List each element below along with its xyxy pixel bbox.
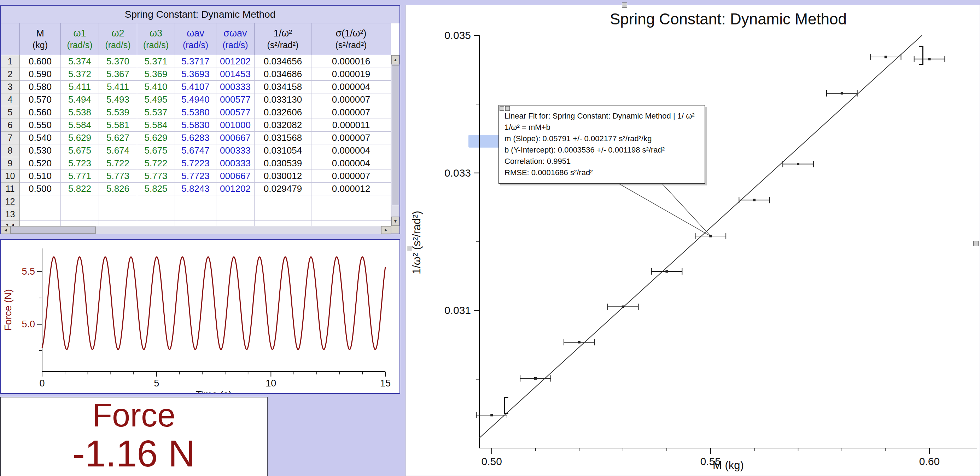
row-header[interactable]: 2	[1, 68, 20, 81]
table-cell[interactable]	[312, 195, 391, 208]
table-cell[interactable]	[61, 208, 99, 221]
selection-bracket[interactable]	[919, 46, 923, 64]
table-cell[interactable]	[255, 195, 312, 208]
table-cell[interactable]: 5.370	[99, 55, 137, 68]
data-point[interactable]	[928, 58, 931, 60]
row-header[interactable]: 7	[1, 132, 20, 144]
table-cell[interactable]: 5.629	[137, 132, 175, 144]
table-cell[interactable]	[20, 221, 61, 226]
table-cell[interactable]	[99, 221, 137, 226]
table-cell[interactable]: 0.000011	[312, 119, 391, 132]
table-cell[interactable]: 0.510	[20, 170, 61, 183]
table-cell[interactable]: 5.374	[61, 55, 99, 68]
table-cell[interactable]: 0.600	[20, 55, 61, 68]
table-cell[interactable]	[255, 221, 312, 226]
table-cell[interactable]: 0.000004	[312, 144, 391, 157]
table-cell[interactable]: 5.675	[137, 144, 175, 157]
table-cell[interactable]	[99, 195, 137, 208]
table-cell[interactable]: 0.520	[20, 157, 61, 170]
table-cell[interactable]: 0.029479	[255, 183, 312, 195]
table-cell[interactable]: 5.538	[61, 106, 99, 119]
table-cell[interactable]: 5.581	[99, 119, 137, 132]
table-cell[interactable]: 0.540	[20, 132, 61, 144]
row-header[interactable]: 6	[1, 119, 20, 132]
data-table[interactable]: M(kg)ω1(rad/s)ω2(rad/s)ω3(rad/s)ωav(rad/…	[1, 23, 391, 226]
table-cell[interactable]: 0.000007	[312, 93, 391, 106]
table-cell[interactable]: 5.7223	[175, 157, 216, 170]
table-cell[interactable]	[216, 208, 255, 221]
force-waveform[interactable]	[42, 257, 385, 350]
table-cell[interactable]: 5.369	[137, 68, 175, 81]
table-cell[interactable]	[61, 195, 99, 208]
table-cell[interactable]: 001202	[216, 55, 255, 68]
table-cell[interactable]: 000577	[216, 93, 255, 106]
pin-icon[interactable]	[505, 106, 510, 111]
table-cell[interactable]: 5.675	[61, 144, 99, 157]
table-cell[interactable]: 0.030539	[255, 157, 312, 170]
table-cell[interactable]: 5.674	[99, 144, 137, 157]
table-cell[interactable]	[255, 208, 312, 221]
table-cell[interactable]: 5.411	[61, 81, 99, 93]
table-cell[interactable]: 5.627	[99, 132, 137, 144]
table-cell[interactable]	[312, 221, 391, 226]
table-cell[interactable]: 0.032606	[255, 106, 312, 119]
table-cell[interactable]: 0.530	[20, 144, 61, 157]
scroll-down-button[interactable]: ▼	[391, 217, 399, 226]
row-header[interactable]: 5	[1, 106, 20, 119]
table-cell[interactable]: 5.584	[137, 119, 175, 132]
scroll-right-button[interactable]: ►	[381, 226, 391, 234]
table-cell[interactable]: 0.030012	[255, 170, 312, 183]
table-cell[interactable]: 0.580	[20, 81, 61, 93]
data-point[interactable]	[841, 92, 843, 94]
table-horizontal-scrollbar[interactable]: ◄ ►	[1, 226, 391, 234]
table-cell[interactable]	[20, 208, 61, 221]
row-header[interactable]: 12	[1, 195, 20, 208]
row-header[interactable]: 10	[1, 170, 20, 183]
table-cell[interactable]: 001453	[216, 68, 255, 81]
table-cell[interactable]: 5.6747	[175, 144, 216, 157]
table-cell[interactable]	[216, 221, 255, 226]
data-point[interactable]	[666, 270, 668, 273]
table-cell[interactable]	[137, 221, 175, 226]
column-header[interactable]: σωav(rad/s)	[216, 23, 255, 55]
table-cell[interactable]: 0.034686	[255, 68, 312, 81]
column-header[interactable]: 1/ω²(s²/rad²)	[255, 23, 312, 55]
pin-icon[interactable]	[500, 106, 504, 111]
table-cell[interactable]: 5.826	[99, 183, 137, 195]
table-cell[interactable]: 5.539	[99, 106, 137, 119]
table-cell[interactable]: 5.5380	[175, 106, 216, 119]
column-header[interactable]: ω3(rad/s)	[137, 23, 175, 55]
table-cell[interactable]: 5.493	[99, 93, 137, 106]
table-cell[interactable]	[175, 195, 216, 208]
table-cell[interactable]: 5.8243	[175, 183, 216, 195]
table-cell[interactable]: 5.722	[137, 157, 175, 170]
table-cell[interactable]: 5.773	[137, 170, 175, 183]
table-cell[interactable]: 5.411	[99, 81, 137, 93]
data-point[interactable]	[622, 305, 624, 308]
table-cell[interactable]: 5.4940	[175, 93, 216, 106]
table-cell[interactable]: 0.000012	[312, 183, 391, 195]
data-point[interactable]	[885, 56, 887, 58]
table-cell[interactable]: 000577	[216, 106, 255, 119]
table-cell[interactable]: 001000	[216, 119, 255, 132]
table-cell[interactable]	[175, 221, 216, 226]
table-cell[interactable]	[137, 208, 175, 221]
scroll-up-button[interactable]: ▲	[391, 55, 399, 64]
vertical-scroll-thumb[interactable]	[392, 65, 399, 205]
table-cell[interactable]: 5.495	[137, 93, 175, 106]
row-header[interactable]: 9	[1, 157, 20, 170]
table-cell[interactable]	[61, 221, 99, 226]
data-point[interactable]	[534, 377, 537, 380]
scroll-left-button[interactable]: ◄	[1, 226, 11, 234]
table-cell[interactable]: 5.825	[137, 183, 175, 195]
table-cell[interactable]: 5.773	[99, 170, 137, 183]
row-header[interactable]: 3	[1, 81, 20, 93]
table-cell[interactable]: 000333	[216, 144, 255, 157]
table-cell[interactable]: 000667	[216, 132, 255, 144]
table-cell[interactable]: 0.000019	[312, 68, 391, 81]
table-cell[interactable]: 5.367	[99, 68, 137, 81]
table-cell[interactable]: 0.570	[20, 93, 61, 106]
table-cell[interactable]: 000667	[216, 170, 255, 183]
table-cell[interactable]: 0.000004	[312, 157, 391, 170]
column-header[interactable]: ωav(rad/s)	[175, 23, 216, 55]
